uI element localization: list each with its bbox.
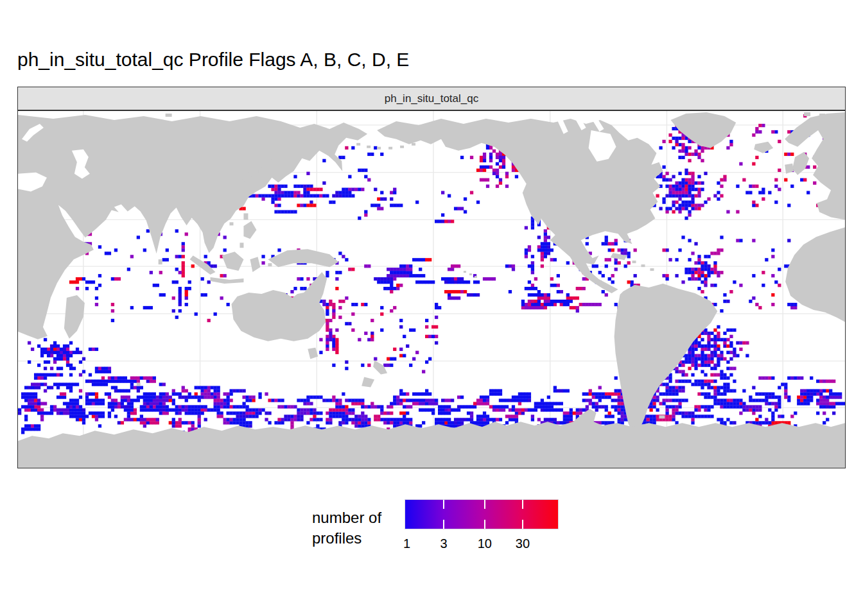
profile-cell — [684, 216, 688, 219]
profile-cell — [127, 411, 130, 415]
profile-cell — [150, 392, 153, 395]
profile-cell — [66, 348, 69, 351]
profile-cell — [704, 345, 707, 348]
profile-cell — [329, 411, 332, 415]
profile-cell — [444, 421, 448, 424]
profile-cell — [60, 392, 63, 395]
profile-cell — [335, 402, 338, 405]
profile-cell — [448, 219, 451, 223]
profile-cell — [73, 367, 76, 370]
profile-cell — [37, 345, 40, 348]
profile-cell — [396, 271, 399, 274]
profile-cell — [182, 405, 185, 408]
profile-cell — [803, 178, 806, 182]
profile-cell — [220, 274, 223, 277]
profile-cell — [63, 402, 66, 405]
profile-cell — [684, 172, 688, 175]
profile-cell — [602, 395, 605, 398]
island — [650, 268, 654, 271]
profile-cell — [720, 421, 723, 424]
profile-cell — [768, 191, 771, 194]
profile-cell — [778, 405, 781, 408]
profile-cell — [57, 348, 60, 351]
profile-cell — [140, 418, 143, 421]
profile-cell — [361, 411, 364, 415]
profile-cell — [726, 146, 729, 150]
profile-cell — [326, 338, 329, 341]
profile-cell — [383, 364, 387, 367]
profile-cell — [784, 153, 787, 156]
profile-cell — [409, 405, 412, 408]
profile-cell — [688, 203, 691, 207]
profile-cell — [258, 408, 261, 411]
profile-cell — [713, 367, 717, 370]
profile-cell — [412, 392, 415, 395]
profile-cell — [493, 392, 496, 395]
profile-cell — [367, 338, 370, 341]
profile-cell — [374, 357, 377, 361]
profile-cell — [345, 408, 348, 411]
profile-cell — [662, 248, 665, 252]
profile-cell — [105, 392, 108, 395]
profile-cell — [73, 415, 76, 418]
profile-cell — [826, 418, 829, 421]
profile-cell — [284, 191, 287, 194]
profile-cell — [518, 392, 521, 395]
profile-cell — [480, 395, 483, 398]
profile-cell — [435, 316, 438, 319]
profile-cell — [701, 345, 704, 348]
profile-cell — [306, 408, 309, 411]
profile-cell — [435, 325, 438, 329]
profile-cell — [826, 389, 829, 392]
profile-cell — [95, 411, 98, 415]
profile-cell — [185, 303, 188, 306]
profile-cell — [207, 319, 211, 322]
profile-cell — [662, 178, 665, 182]
profile-cell — [717, 392, 720, 395]
profile-cell — [348, 411, 351, 415]
profile-cell — [342, 418, 345, 421]
profile-cell — [688, 354, 691, 357]
profile-cell — [342, 194, 345, 198]
profile-cell — [226, 395, 229, 398]
profile-cell — [806, 166, 810, 169]
profile-cell — [229, 398, 232, 402]
profile-cell — [57, 411, 60, 415]
profile-cell — [37, 408, 40, 411]
profile-cell — [166, 395, 169, 398]
profile-cell — [345, 188, 348, 191]
profile-cell — [704, 364, 707, 367]
profile-cell — [605, 392, 608, 395]
profile-cell — [300, 203, 303, 207]
profile-cell — [806, 395, 810, 398]
profile-cell — [598, 405, 602, 408]
profile-cell — [185, 293, 188, 296]
profile-cell — [771, 411, 774, 415]
profile-cell — [473, 405, 476, 408]
island — [255, 170, 258, 173]
profile-cell — [454, 277, 457, 280]
profile-cell — [768, 377, 771, 380]
profile-cell — [528, 280, 531, 284]
profile-cell — [554, 418, 557, 421]
profile-cell — [313, 411, 316, 415]
profile-cell — [258, 395, 261, 398]
profile-cell — [771, 395, 774, 398]
profile-cell — [684, 191, 688, 194]
profile-cell — [114, 402, 118, 405]
profile-cell — [598, 392, 602, 395]
profile-cell — [515, 418, 518, 421]
profile-cell — [198, 421, 201, 424]
profile-cell — [707, 408, 710, 411]
profile-cell — [159, 402, 162, 405]
profile-cell — [316, 424, 319, 427]
profile-cell — [694, 182, 697, 185]
profile-cell — [85, 280, 89, 284]
profile-cell — [755, 398, 758, 402]
profile-cell — [659, 175, 662, 178]
profile-cell — [40, 354, 44, 357]
profile-cell — [668, 389, 672, 392]
profile-cell — [684, 185, 688, 188]
profile-cell — [509, 264, 512, 268]
profile-cell — [306, 398, 309, 402]
